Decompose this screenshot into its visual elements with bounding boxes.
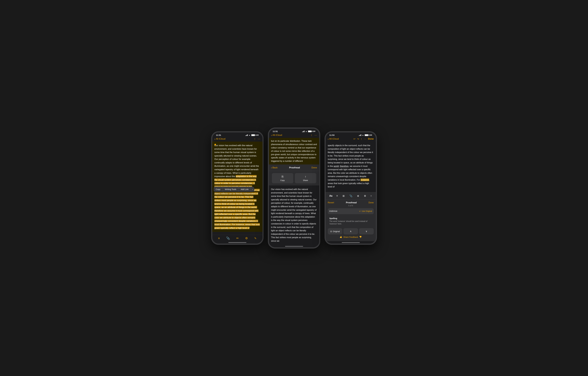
original-nav-button[interactable]: ◎ Original [328,228,342,234]
correction-box: instnnce ↩ Use Original [328,208,374,214]
compose-tool-icon-1[interactable]: ✎ [254,237,257,240]
aa-format-icon[interactable]: Aa [329,194,332,197]
battery-pct-1: 100 [256,134,259,136]
attach-format-icon[interactable]: 📎 [349,194,353,198]
nav-actions-3: ↩ ↪ ↑ ⋯ Done [353,137,374,141]
back-button-1[interactable]: ‹ All iCloud [214,137,225,141]
home-indicator-1 [228,242,246,243]
status-icons-1: ▲ 100 [245,134,259,136]
battery-pct-2: 100 [313,130,315,132]
share-icon-2[interactable]: ↑ [311,134,312,137]
proofread-progress: 5 of 6 [328,205,374,207]
share-action-button[interactable]: ↑ Share [295,173,316,183]
format-toolbar-3: Aa ≡ ⊞ 📎 ⊕ ⚙ ✕ [326,192,376,200]
share-action-label: Share [303,179,308,181]
more-icon-2[interactable]: ⋯ [314,133,317,137]
home-indicator-3 [342,242,360,243]
undo-icon-3[interactable]: ↩ [353,137,356,140]
text-area-3[interactable]: specify objects in the surround, such th… [326,142,376,192]
nav-bar-3: ‹ All iCloud ↩ ↪ ↑ ⋯ Done [326,137,376,142]
home-indicator-2 [285,246,303,247]
copy-action-label: Copy [280,179,285,181]
proofread-panel-3: Revert Proofread Done 5 of 6 instnnce ↩ … [326,200,376,241]
markup-tool-icon-1[interactable]: ✏ [236,237,239,240]
status-icons-2: ▲ 100 [302,130,315,132]
back-button-2[interactable]: ‹ All iCloud [271,134,282,137]
battery-icon-3 [365,134,368,136]
done-button-3[interactable]: Done [368,138,374,140]
top-text-content-2: but on its particular distribution. Thes… [271,140,317,162]
proofread-back-label: Back [273,166,278,169]
redo-icon-3[interactable]: ↪ [357,137,359,140]
copy-menu-item[interactable]: Copy [214,187,223,192]
battery-icon-1 [251,134,255,136]
proofread-title-2: Proofread [289,166,300,169]
proofread-header-3: Revert Proofread Done [328,201,374,204]
therefore-underlined: therefore, [340,165,349,167]
original-circle-icon: ◎ [330,230,332,232]
top-text-area-2: but on its particular distribution. Thes… [269,138,319,165]
top-text-2: but on its particular distribution. Thes… [271,139,317,165]
phone-3: 11:53 ▲ 100 ‹ All iCloud ↩ ↪ ↑ ⋯ Done [325,131,377,245]
misspelled-word: instnnce [329,210,337,212]
more-menu-item[interactable]: › [251,187,254,192]
body-text-3a: specify objects in the surround, such th… [328,144,373,167]
copy-action-icon: ⎘ [282,175,284,178]
share-icon-3[interactable]: ↑ [361,137,362,141]
settings-tool-icon-1[interactable]: ⚙ [245,237,248,240]
text-selected-1: adaptation is the way the visual system … [214,175,260,229]
table-format-icon[interactable]: ⊞ [342,194,345,198]
text-normal-1: Our vision has evolved with the natural … [214,144,259,177]
status-bar-2: 11:51 ▲ 100 [269,129,319,133]
use-original-label: Use Original [362,210,372,212]
signal-icon-1 [245,134,248,136]
list-format-icon[interactable]: ≡ [336,194,339,198]
writing-tools-menu-item[interactable]: Writing Tools [223,187,239,192]
more-icon-3[interactable]: ⋯ [364,137,366,141]
list-tool-icon-1[interactable]: ≡ [218,237,220,240]
undo-small-icon: ↩ [359,210,361,212]
original-nav-label: Original [333,230,340,232]
back-label-3: All iCloud [329,138,339,140]
use-original-button[interactable]: ↩ Use Original [359,210,372,212]
wifi-icon-1: ▲ [249,134,250,136]
share-action-icon: ↑ [305,175,306,178]
spelling-info-box: Spelling The word 'instance' should be u… [328,216,374,227]
proofread-done-button-2[interactable]: Done [312,166,317,169]
body-text-3: specify objects in the surround, such th… [328,144,374,188]
feedback-label[interactable]: Share Feedback [343,236,358,238]
add-link-menu-item[interactable]: Add Link [239,187,251,192]
status-icons-3: ▲ 100 [359,134,372,136]
share-icon-1[interactable]: ↑ [254,137,255,141]
location-format-icon[interactable]: ⊕ [356,194,360,198]
battery-pct-3: 100 [369,134,372,136]
prev-correction-button[interactable]: ∧ [343,228,358,234]
settings-format-icon[interactable]: ⚙ [363,194,367,198]
nav-bar-1: ‹ All iCloud ↑ ⋯ [212,137,262,142]
time-1: 11:51 [216,134,221,136]
chevron-left-icon-2: ‹ [271,134,272,137]
revert-button[interactable]: Revert [328,201,334,204]
correction-header: instnnce ↩ Use Original [329,210,372,212]
more-icon-1[interactable]: ⋯ [258,137,260,141]
copy-action-button[interactable]: ⎘ Copy [272,173,293,183]
status-bar-3: 11:53 ▲ 100 [326,132,376,137]
attach-tool-icon-1[interactable]: 📎 [226,237,230,240]
status-bar-1: 11:51 ▲ 100 [212,132,262,137]
feedback-row: 👍 Share Feedback 👎 [328,234,374,240]
proofread-panel-done[interactable]: Done [368,201,374,204]
selection-dot-1 [214,144,216,145]
nav-actions-1: ↑ ⋯ [254,137,260,141]
proofread-body-text: Our vision has evolved with the natural … [271,188,317,243]
thumbs-up-icon[interactable]: 👍 [340,236,342,238]
signal-icon-2 [302,131,304,132]
correction-category: Spelling [329,217,372,220]
thumbs-down-icon[interactable]: 👎 [359,236,362,238]
next-correction-button[interactable]: ∨ [359,228,374,234]
close-format-icon[interactable]: ✕ [370,194,372,198]
proofread-back-button[interactable]: ‹ Back [271,166,278,169]
time-3: 11:53 [329,134,335,136]
back-button-3[interactable]: ‹ All iCloud [328,137,339,141]
proofread-chevron-icon: ‹ [271,166,272,169]
phone-1: 11:51 ▲ 100 ‹ All iCloud ↑ ⋯ [211,131,263,245]
